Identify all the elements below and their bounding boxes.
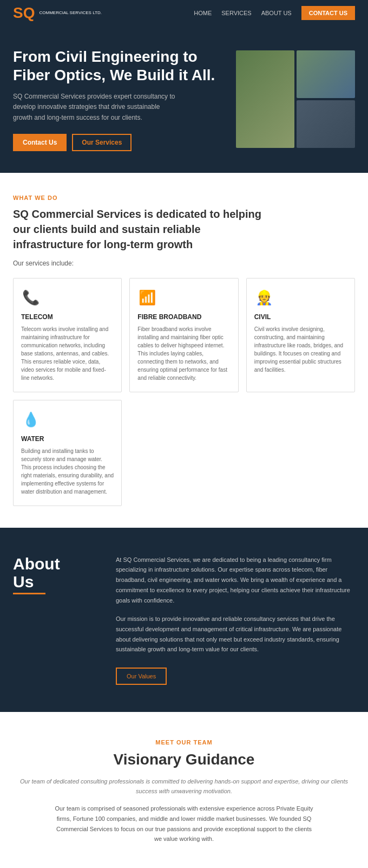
water-desc: Building and installing tanks to securel… <box>21 447 114 496</box>
hero-image-2 <box>297 50 355 98</box>
about-underline <box>13 593 45 594</box>
nav-contact-button[interactable]: CONTACT US <box>301 6 355 20</box>
hero-heading: From Civil Engineering to Fiber Optics, … <box>13 48 225 84</box>
fibre-icon: 📶 <box>137 288 157 308</box>
about-heading: About Us <box>13 555 100 591</box>
services-row2: 💧 WATER Building and installing tanks to… <box>13 400 355 506</box>
hero-contact-button[interactable]: Contact Us <box>13 134 67 151</box>
fibre-title: FIBRE BROADBAND <box>137 313 230 321</box>
service-card-fibre: 📶 FIBRE BROADBAND Fiber broadband works … <box>129 278 238 392</box>
what-we-do-heading: SQ Commercial Services is dedicated to h… <box>13 206 273 252</box>
logo-sq: SQ <box>13 5 35 21</box>
civil-desc: Civil works involve designing, construct… <box>254 325 347 374</box>
nav-services[interactable]: SERVICES <box>221 10 251 16</box>
nav-about[interactable]: ABOUT US <box>261 10 292 16</box>
hero-description: SQ Commercial Services provides expert c… <box>13 92 175 123</box>
logo-subtext: COMMERCIAL SERVICES LTD. <box>39 10 101 16</box>
navbar: SQ COMMERCIAL SERVICES LTD. HOME SERVICE… <box>0 0 368 26</box>
services-grid: 📞 TELECOM Telecom works involve installi… <box>13 278 355 392</box>
team-subtitle: Our team of dedicated consulting profess… <box>13 777 355 796</box>
civil-title: CIVIL <box>254 313 347 321</box>
logo: SQ COMMERCIAL SERVICES LTD. <box>13 5 102 21</box>
team-description: Our team is comprised of seasoned profes… <box>54 804 314 844</box>
services-intro: Our services include: <box>13 260 355 267</box>
what-we-do-section: WHAT WE DO SQ Commercial Services is ded… <box>0 173 368 528</box>
about-para1: At SQ Commercial Services, we are dedica… <box>116 555 355 605</box>
nav-links: HOME SERVICES ABOUT US CONTACT US <box>194 6 355 20</box>
hero-text: From Civil Engineering to Fiber Optics, … <box>13 48 225 151</box>
civil-icon: 👷 <box>254 288 274 308</box>
hero-image-1 <box>236 50 294 148</box>
team-heading: Visionary Guidance <box>13 751 355 768</box>
about-right: At SQ Commercial Services, we are dedica… <box>116 555 355 685</box>
service-card-water: 💧 WATER Building and installing tanks to… <box>13 400 122 506</box>
about-section: About Us At SQ Commercial Services, we a… <box>0 528 368 712</box>
our-values-button[interactable]: Our Values <box>116 668 167 685</box>
telecom-desc: Telecom works involve installing and mai… <box>21 325 114 382</box>
hero-section: From Civil Engineering to Fiber Optics, … <box>0 26 368 173</box>
hero-buttons: Contact Us Our Services <box>13 134 225 151</box>
hero-services-button[interactable]: Our Services <box>72 134 132 151</box>
service-card-telecom: 📞 TELECOM Telecom works involve installi… <box>13 278 122 392</box>
what-we-do-label: WHAT WE DO <box>13 195 355 201</box>
nav-home[interactable]: HOME <box>194 10 212 16</box>
hero-images <box>236 50 355 148</box>
hero-image-3 <box>297 100 355 148</box>
about-para2: Our mission is to provide innovative and… <box>116 614 355 655</box>
telecom-title: TELECOM <box>21 313 114 321</box>
water-title: WATER <box>21 435 114 443</box>
service-card-civil: 👷 CIVIL Civil works involve designing, c… <box>246 278 355 392</box>
fibre-desc: Fiber broadband works involve installing… <box>137 325 230 382</box>
telecom-icon: 📞 <box>21 288 41 308</box>
water-icon: 💧 <box>21 410 41 430</box>
about-left: About Us <box>13 555 100 594</box>
team-section-label: MEET OUR TEAM <box>13 739 355 746</box>
team-section: MEET OUR TEAM Visionary Guidance Our tea… <box>0 712 368 868</box>
